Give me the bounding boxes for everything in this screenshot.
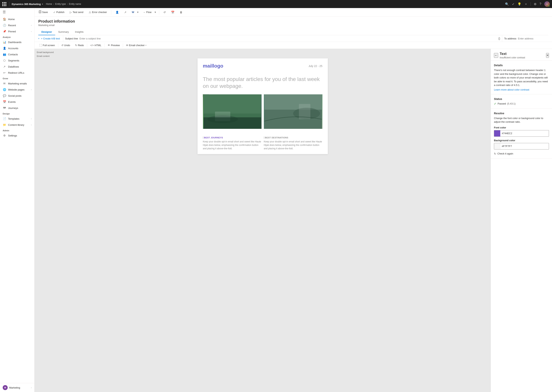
email-checker-chevron-icon: ▾: [145, 44, 146, 46]
email-logo: maillogo: [203, 63, 223, 69]
sidebar-item-recent[interactable]: 🕐 Recent ›: [0, 22, 34, 28]
publish-button[interactable]: ✓ Publish: [51, 10, 66, 15]
rp-details-title: Details: [494, 64, 549, 67]
sidebar-item-dashboards[interactable]: 📊 Dashboards: [0, 39, 34, 45]
sidebar-item-templates[interactable]: 📄 Templates ›: [0, 116, 34, 122]
email-canvas: Email background Email content maillogo …: [35, 49, 491, 392]
sidebar-item-marketing-emails[interactable]: ✉ Marketing emails: [0, 80, 34, 86]
person-icon: 👤: [115, 11, 119, 14]
tab-insights[interactable]: Insights: [72, 29, 86, 35]
lightbulb-icon[interactable]: 💡: [517, 2, 521, 6]
rp-font-color-swatch[interactable]: [494, 130, 500, 136]
fullscreen-button[interactable]: ⛶ Full screen: [37, 43, 57, 48]
settings-nav-icon: ⚙: [3, 134, 6, 137]
preview-button[interactable]: 👁 Preview: [106, 43, 122, 48]
checkmark-circle-icon[interactable]: ✓: [512, 2, 515, 6]
user-avatar[interactable]: U: [544, 1, 550, 7]
templates-icon: 📄: [3, 117, 6, 120]
sidebar-user[interactable]: M Marketing ›: [0, 383, 34, 392]
save-button[interactable]: Save: [37, 10, 50, 15]
share-button[interactable]: ↗: [122, 10, 128, 15]
sidebar-item-events[interactable]: 📅 Events: [0, 99, 34, 105]
sidebar-item-content-library[interactable]: 📁 Content library ›: [0, 122, 34, 128]
word-button[interactable]: W: [130, 10, 136, 14]
col-left-text: Keep your double opt-in email short and …: [203, 140, 262, 150]
word-dropdown-btn[interactable]: ▾: [136, 10, 139, 14]
test-send-button[interactable]: ▷ Test send: [68, 10, 85, 15]
accounts-icon: 👤: [3, 47, 6, 50]
sidebar-user-label: Marketing: [9, 386, 20, 389]
app-brand[interactable]: Dynamics 365 Marketing ▾: [12, 3, 43, 6]
plus-icon[interactable]: ＋: [524, 2, 527, 6]
plus-ab-icon: ＋: [37, 37, 40, 40]
tab-designer[interactable]: Designer: [38, 29, 55, 35]
save-icon: [39, 11, 41, 14]
email-col-left: BEST JOURNEYS Keep your double opt-in em…: [203, 136, 262, 150]
rp-learn-more-link[interactable]: Learn more about color contrast: [494, 88, 529, 91]
undo-btn[interactable]: ↺: [162, 10, 168, 15]
home-icon: 🏠: [3, 17, 6, 21]
redo-button[interactable]: ↻ Redo: [73, 43, 86, 48]
help-icon[interactable]: ?: [539, 2, 541, 6]
right-panel-header: ← Text Insufficient color contrast ×: [491, 49, 552, 61]
check-again-button[interactable]: ↻ Check it again: [494, 152, 549, 155]
email-col-right: BEST DESTINATIONS Keep your double opt-i…: [264, 136, 323, 150]
email-checker-button[interactable]: ✉ Email checker ▾: [124, 43, 148, 48]
app-grid-icon[interactable]: [2, 2, 7, 6]
page-header: Product information Marketing email Desi…: [35, 16, 552, 35]
test-send-icon: ▷: [70, 11, 72, 14]
dashboards-icon: 📊: [3, 40, 6, 44]
sidebar-item-accounts[interactable]: 👤 Accounts: [0, 45, 34, 51]
subject-line-field: Subject line {}: [63, 35, 502, 42]
email-hero-text: The most popular articles for you of the…: [203, 76, 323, 90]
share-icon: ↗: [124, 11, 126, 14]
right-panel: ← Text Insufficient color contrast × Det…: [491, 49, 552, 392]
html-button[interactable]: </> HTML: [88, 43, 103, 48]
person-icon-btn[interactable]: 👤: [114, 10, 121, 15]
design-section-label: Design: [0, 111, 34, 116]
to-address-input[interactable]: [518, 37, 550, 40]
svg-rect-8: [203, 117, 261, 129]
sidebar-item-journeys[interactable]: 🗺 Journeys: [0, 105, 34, 111]
sidebar-item-dataflows[interactable]: ↗ Dataflows: [0, 63, 34, 70]
flow-dropdown-btn[interactable]: ▾: [154, 10, 157, 14]
sidebar-item-contacts[interactable]: 👥 Contacts: [0, 51, 34, 57]
sidebar-toggle[interactable]: ☰: [0, 8, 34, 16]
events-icon: 📅: [3, 100, 6, 104]
email-images-row: Text: [203, 94, 323, 129]
subject-line-input[interactable]: [79, 37, 497, 40]
settings-icon[interactable]: ⚙: [534, 2, 537, 6]
sidebar-label-templates: Templates: [8, 117, 29, 120]
sidebar-item-home[interactable]: 🏠 Home: [0, 16, 34, 22]
breadcrumb: Home › Entity type › Entity name: [46, 3, 81, 5]
chevron-right-icon-6: ›: [31, 387, 32, 389]
calendar-btn[interactable]: 📅: [169, 10, 176, 15]
rp-close-button[interactable]: ×: [546, 53, 549, 58]
sidebar-label-events: Events: [8, 100, 32, 103]
error-checker-icon: ⚠: [89, 11, 91, 14]
email-image-left: Text: [203, 94, 262, 129]
search-icon[interactable]: 🔍: [505, 2, 509, 6]
sidebar-item-redirect-urls[interactable]: ↩ Redirect URLs: [0, 70, 34, 76]
rp-back-button[interactable]: ←: [494, 53, 498, 58]
undo-icon: ↺: [164, 11, 166, 14]
sidebar-item-social-posts[interactable]: 💬 Social posts: [0, 93, 34, 99]
sidebar-item-website-pages[interactable]: 🌐 Website pages ›: [0, 86, 34, 93]
trash-btn[interactable]: 🗑: [178, 10, 184, 15]
rp-font-color-input[interactable]: [500, 131, 549, 135]
sidebar-label-dataflows: Dataflows: [8, 65, 32, 68]
rp-bg-color-swatch[interactable]: [494, 143, 500, 149]
error-checker-button[interactable]: ⚠ Error checker: [87, 10, 109, 15]
create-ab-test-button[interactable]: ＋ + Create A/B test: [35, 35, 63, 42]
undo-editor-button[interactable]: ↺ Undo: [59, 43, 72, 48]
sidebar-item-segments[interactable]: ⬡ Segments: [0, 57, 34, 63]
sidebar-item-pinned[interactable]: 📌 Pinned ›: [0, 28, 34, 35]
rp-bg-color-input[interactable]: [500, 144, 549, 148]
sidebar-item-settings[interactable]: ⚙ Settings: [0, 133, 34, 139]
rp-bg-color-label: Background color: [494, 139, 549, 142]
email-editor-toolbar: ⛶ Full screen ↺ Undo ↻ Redo </> HTML: [35, 42, 552, 49]
fullscreen-icon: ⛶: [39, 44, 42, 47]
flow-button[interactable]: → Flow: [141, 10, 153, 15]
subject-line-brackets-icon[interactable]: {}: [498, 37, 500, 40]
tab-summary[interactable]: Summary: [55, 29, 72, 35]
